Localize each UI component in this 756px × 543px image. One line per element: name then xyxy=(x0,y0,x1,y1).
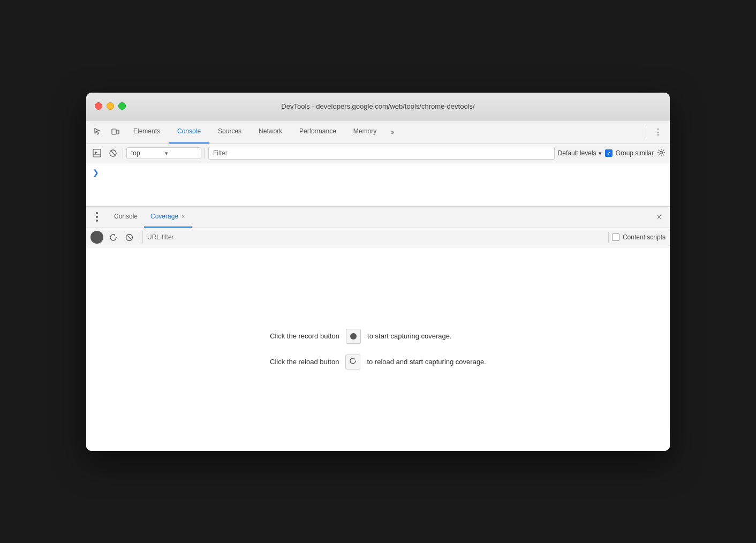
tab-performance[interactable]: Performance xyxy=(291,120,345,144)
maximize-button[interactable] xyxy=(118,102,126,110)
console-settings-icon[interactable] xyxy=(657,148,666,159)
nav-divider xyxy=(646,125,646,138)
toolbar-divider-2 xyxy=(205,148,205,159)
coverage-toolbar-divider xyxy=(139,232,139,243)
more-tabs-button[interactable]: » xyxy=(385,120,399,144)
drawer-menu-button[interactable] xyxy=(90,210,103,223)
coverage-content: Click the record button to start capturi… xyxy=(86,247,670,451)
group-similar-control: Group similar xyxy=(605,149,654,157)
close-button[interactable] xyxy=(95,102,102,110)
svg-rect-1 xyxy=(117,130,119,134)
coverage-clear-button[interactable] xyxy=(123,231,135,244)
tab-sources[interactable]: Sources xyxy=(209,120,250,144)
drawer: Console Coverage × × xyxy=(86,206,670,451)
record-instruction-row: Click the record button to start capturi… xyxy=(270,329,452,344)
tab-network[interactable]: Network xyxy=(250,120,291,144)
record-instruction-suffix: to start capturing coverage. xyxy=(367,332,452,340)
traffic-lights xyxy=(95,102,126,110)
coverage-instructions: Click the record button to start capturi… xyxy=(270,329,486,369)
tab-memory[interactable]: Memory xyxy=(345,120,385,144)
group-similar-checkbox[interactable] xyxy=(605,149,613,157)
url-filter-input[interactable] xyxy=(142,231,605,244)
console-content: ❯ xyxy=(86,163,670,206)
reload-instruction-suffix: to reload and start capturing coverage. xyxy=(367,358,486,366)
coverage-reload-button[interactable] xyxy=(107,231,119,244)
inspect-element-icon[interactable] xyxy=(90,124,105,139)
tab-elements[interactable]: Elements xyxy=(125,120,169,144)
svg-point-7 xyxy=(660,151,663,154)
titlebar: DevTools - developers.google.com/web/too… xyxy=(86,93,670,120)
console-toolbar: top ▾ Default levels ▾ Group similar xyxy=(86,144,670,163)
console-filter-input[interactable] xyxy=(208,147,555,160)
inline-record-dot xyxy=(350,333,357,340)
devtools-window: DevTools - developers.google.com/web/too… xyxy=(86,93,670,451)
svg-line-6 xyxy=(111,151,115,155)
drawer-tab-console[interactable]: Console xyxy=(108,206,144,228)
drawer-tab-coverage[interactable]: Coverage × xyxy=(144,206,191,228)
console-prompt-chevron[interactable]: ❯ xyxy=(93,168,99,177)
drawer-close-button[interactable]: × xyxy=(653,210,666,223)
levels-button[interactable]: Default levels ▾ xyxy=(558,149,602,157)
svg-marker-4 xyxy=(95,152,97,154)
coverage-tab-close[interactable]: × xyxy=(182,213,185,220)
reload-instruction-text: Click the reload button xyxy=(270,358,339,366)
show-drawer-icon[interactable] xyxy=(90,147,103,160)
content-scripts-checkbox[interactable] xyxy=(612,233,619,241)
inline-reload-icon xyxy=(349,357,357,366)
coverage-record-button[interactable] xyxy=(90,231,103,244)
window-title: DevTools - developers.google.com/web/too… xyxy=(281,102,474,110)
reload-instruction-row: Click the reload button to reload and st… xyxy=(270,355,486,369)
devtools-nav-toolbar: Elements Console Sources Network Perform… xyxy=(86,120,670,144)
devtools-menu-button[interactable]: ⋮ xyxy=(651,124,666,139)
context-selector[interactable]: top ▾ xyxy=(126,147,201,159)
group-similar-label: Group similar xyxy=(616,149,654,157)
three-dots-icon xyxy=(96,212,98,222)
drawer-tabbar: Console Coverage × × xyxy=(86,207,670,228)
inline-reload-icon-box xyxy=(345,355,360,369)
nav-tabs: Elements Console Sources Network Perform… xyxy=(125,120,641,144)
minimize-button[interactable] xyxy=(107,102,114,110)
svg-rect-0 xyxy=(112,129,116,134)
content-scripts-label[interactable]: Content scripts xyxy=(612,233,666,241)
coverage-toolbar: Content scripts xyxy=(86,228,670,247)
record-instruction-text: Click the record button xyxy=(270,332,339,340)
clear-console-icon[interactable] xyxy=(107,147,119,160)
device-toolbar-icon[interactable] xyxy=(108,124,123,139)
toolbar-divider xyxy=(123,148,123,159)
tab-console[interactable]: Console xyxy=(169,120,209,144)
coverage-filter-divider xyxy=(608,232,609,243)
svg-line-9 xyxy=(127,236,131,239)
svg-rect-2 xyxy=(93,149,101,157)
inline-record-icon-box xyxy=(346,329,361,344)
